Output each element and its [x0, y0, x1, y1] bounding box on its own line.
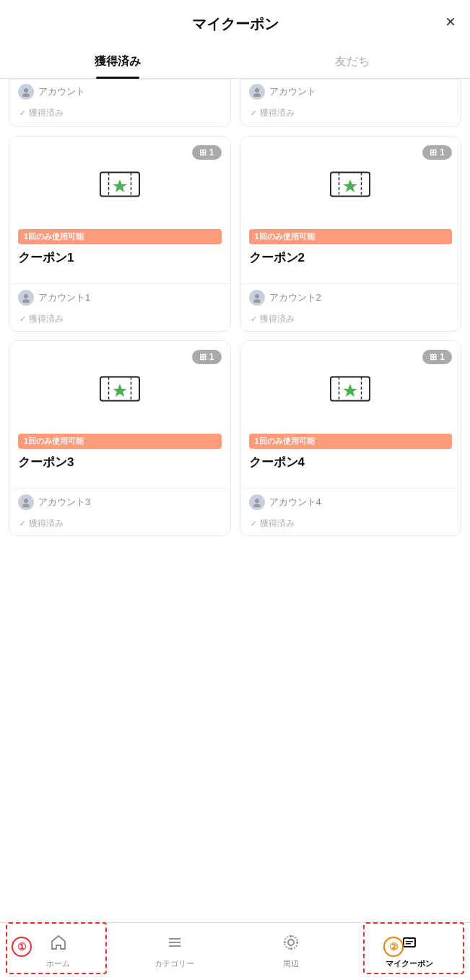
coupon-name: クーポン3 — [18, 455, 222, 470]
nav-label-home: ホーム — [46, 958, 70, 969]
svg-rect-40 — [406, 943, 411, 945]
coupon-ticket-icon — [99, 372, 141, 405]
account-row: アカウント3 — [18, 494, 222, 510]
coupon-ticket-icon — [329, 372, 371, 405]
nav-label-category: カテゴリー — [155, 958, 194, 969]
card-image-area: ⊞ 1 — [240, 137, 461, 223]
account-name: アカウント — [38, 85, 85, 98]
svg-point-27 — [253, 504, 261, 507]
avatar — [249, 494, 265, 510]
avatar — [18, 290, 34, 306]
check-icon: ✓ — [19, 314, 26, 324]
check-icon: ✓ — [251, 108, 257, 118]
svg-point-26 — [255, 499, 259, 503]
badge-count: ⊞ 1 — [192, 350, 222, 364]
acquired-row: ✓ 獲得済み — [249, 104, 453, 119]
account-row: アカウント — [249, 84, 453, 100]
account-row: アカウント1 — [18, 290, 222, 306]
card-footer: アカウント3 ✓ 獲得済み — [9, 488, 230, 536]
nav-item-nearby[interactable]: 周辺 — [269, 934, 313, 969]
partial-cards-row: アカウント ✓ 獲得済み アカウント ✓ 獲得済み — [0, 79, 470, 127]
nav-label-mycoupon: マイクーポン — [386, 958, 433, 969]
card-footer: アカウント4 ✓ 獲得済み — [240, 488, 461, 536]
svg-point-20 — [24, 499, 28, 503]
svg-point-9 — [22, 299, 30, 303]
avatar — [18, 494, 34, 510]
card-image-area: ⊞ 1 — [240, 341, 461, 428]
svg-point-1 — [22, 93, 30, 97]
usage-tag: 1回のみ使用可能 — [249, 434, 453, 449]
svg-point-0 — [24, 88, 28, 93]
nav-item-category[interactable]: カテゴリー — [153, 934, 196, 969]
partial-card-left-footer: アカウント ✓ 獲得済み — [9, 79, 230, 126]
card-image-area: ⊞ 1 — [9, 137, 230, 223]
mycoupon-icon — [401, 934, 418, 955]
svg-point-3 — [253, 93, 261, 97]
svg-rect-38 — [404, 939, 414, 946]
account-row: アカウント4 — [249, 494, 453, 510]
annotation-circle-1: ① — [12, 937, 32, 957]
check-icon: ✓ — [19, 519, 26, 528]
close-button[interactable]: × — [445, 13, 456, 30]
tab-bar: 獲得済み 友だち — [0, 46, 470, 79]
check-icon: ✓ — [251, 314, 257, 324]
check-icon: ✓ — [251, 519, 257, 528]
annotation-circle-2: ② — [383, 937, 404, 957]
coupon-card-1[interactable]: ⊞ 1 1回のみ使用可能 クーポン1 アカウント1 ✓ 獲得済み — [9, 136, 231, 332]
header: マイクーポン × — [0, 0, 470, 34]
partial-card-right[interactable]: アカウント ✓ 獲得済み — [240, 79, 462, 127]
badge-count: ⊞ 1 — [192, 145, 222, 160]
account-name: アカウント — [269, 85, 316, 98]
card-body: 1回のみ使用可能 クーポン1 — [9, 223, 230, 283]
card-image-area: ⊞ 1 — [9, 341, 230, 428]
nav-item-home[interactable]: ホーム — [37, 934, 80, 969]
coupon-name: クーポン1 — [18, 250, 222, 266]
coupon-grid: ⊞ 1 1回のみ使用可能 クーポン1 アカウント1 ✓ 獲得済み — [0, 127, 470, 536]
svg-point-14 — [255, 294, 259, 298]
svg-point-31 — [288, 940, 294, 945]
category-icon — [166, 934, 183, 955]
avatar-icon — [249, 84, 265, 100]
card-footer: アカウント1 ✓ 獲得済み — [9, 283, 230, 331]
coupon-name: クーポン4 — [249, 455, 453, 470]
account-row: アカウント2 — [249, 290, 453, 306]
usage-tag: 1回のみ使用可能 — [18, 229, 222, 244]
account-row: アカウント — [18, 84, 222, 100]
badge-count: ⊞ 1 — [422, 350, 452, 364]
partial-card-right-footer: アカウント ✓ 獲得済み — [240, 79, 461, 126]
acquired-row: ✓ 獲得済み — [249, 515, 453, 530]
tab-friends[interactable]: 友だち — [235, 46, 471, 78]
check-icon: ✓ — [19, 108, 26, 118]
tab-acquired[interactable]: 獲得済み — [0, 46, 235, 78]
svg-point-21 — [22, 504, 30, 507]
usage-tag: 1回のみ使用可能 — [249, 229, 453, 244]
coupon-ticket-icon — [329, 168, 371, 201]
svg-point-2 — [255, 88, 259, 93]
coupon-name: クーポン2 — [249, 250, 453, 266]
usage-tag: 1回のみ使用可能 — [18, 434, 222, 449]
svg-point-8 — [24, 294, 28, 298]
home-icon — [50, 934, 67, 955]
acquired-row: ✓ 獲得済み — [18, 310, 222, 325]
avatar-icon — [18, 84, 34, 100]
coupon-card-4[interactable]: ⊞ 1 1回のみ使用可能 クーポン4 アカウント4 ✓ 獲得済み — [240, 340, 462, 536]
svg-rect-39 — [406, 941, 413, 942]
account-name: アカウント1 — [38, 291, 90, 304]
acquired-row: ✓ 獲得済み — [249, 310, 453, 325]
partial-card-left[interactable]: アカウント ✓ 獲得済み — [9, 79, 231, 127]
account-name: アカウント3 — [38, 496, 90, 509]
page-title: マイクーポン — [192, 14, 279, 34]
coupon-card-3[interactable]: ⊞ 1 1回のみ使用可能 クーポン3 アカウント3 ✓ 獲得済み — [9, 340, 231, 536]
svg-point-15 — [253, 299, 261, 303]
card-body: 1回のみ使用可能 クーポン4 — [240, 428, 461, 488]
coupon-ticket-icon — [99, 168, 141, 201]
account-name: アカウント2 — [269, 291, 321, 304]
nav-label-nearby: 周辺 — [283, 958, 299, 969]
coupon-card-2[interactable]: ⊞ 1 1回のみ使用可能 クーポン2 アカウント2 ✓ 獲得済み — [240, 136, 462, 332]
account-name: アカウント4 — [269, 496, 321, 509]
svg-point-32 — [284, 936, 297, 949]
card-body: 1回のみ使用可能 クーポン2 — [240, 223, 461, 283]
acquired-row: ✓ 獲得済み — [18, 104, 222, 119]
card-footer: アカウント2 ✓ 獲得済み — [240, 283, 461, 331]
acquired-row: ✓ 獲得済み — [18, 515, 222, 530]
